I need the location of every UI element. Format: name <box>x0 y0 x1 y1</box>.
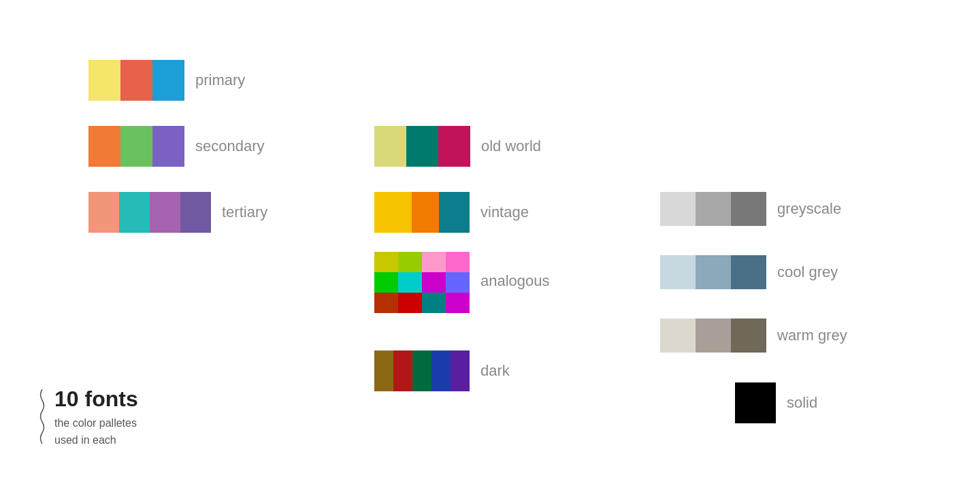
swatch <box>88 192 119 233</box>
swatch <box>120 126 152 167</box>
swatch <box>374 126 406 167</box>
swatch <box>660 318 696 353</box>
palette-label: cool grey <box>777 263 838 281</box>
palette-label: vintage <box>480 203 529 221</box>
swatch <box>696 255 731 289</box>
palette-label: solid <box>787 394 817 412</box>
swatch <box>374 272 398 293</box>
palette-vintage: vintage <box>374 192 529 233</box>
palette-label: warm grey <box>777 327 847 344</box>
swatch <box>451 350 470 391</box>
palette-old-world: old world <box>374 126 541 167</box>
palette-analogous: analogous <box>374 252 550 313</box>
swatch <box>439 192 470 233</box>
palette-secondary: secondary <box>88 126 265 167</box>
main-container: primary secondary tertiary old world <box>0 0 980 490</box>
font-count: 10 fonts <box>54 387 138 412</box>
palette-label: analogous <box>480 272 550 290</box>
swatch <box>180 192 211 233</box>
palette-label: secondary <box>195 137 265 155</box>
swatch <box>398 272 422 293</box>
swatch <box>120 60 152 101</box>
palette-dark: dark <box>374 350 510 391</box>
swatch <box>119 192 150 233</box>
swatch <box>731 318 766 353</box>
swatch <box>660 255 696 289</box>
swatch <box>393 350 412 391</box>
footer-text: 10 fonts the color palletes used in each <box>54 387 138 449</box>
swatch <box>88 60 120 101</box>
swatch <box>696 192 731 226</box>
swatch <box>660 192 696 226</box>
palette-solid: solid <box>735 382 817 423</box>
palette-warm-grey: warm grey <box>660 318 847 353</box>
swatch <box>412 192 439 233</box>
wavy-decoration <box>35 389 49 444</box>
swatch <box>431 350 451 391</box>
swatch <box>422 293 446 313</box>
swatch <box>152 60 184 101</box>
palette-primary: primary <box>88 60 245 101</box>
swatch <box>731 255 766 289</box>
analogous-grid <box>374 252 470 313</box>
swatch <box>696 318 731 353</box>
swatch <box>374 293 398 313</box>
greyscale-swatches <box>660 192 766 226</box>
swatch <box>446 252 470 272</box>
tertiary-swatches <box>88 192 211 233</box>
primary-swatches <box>88 60 184 101</box>
swatch <box>88 126 120 167</box>
palette-label: primary <box>195 71 245 89</box>
swatch <box>422 252 446 272</box>
footer-description: the color palletes used in each <box>54 414 138 449</box>
warm-grey-swatches <box>660 318 766 353</box>
swatch <box>412 350 431 391</box>
palette-cool-grey: cool grey <box>660 255 838 289</box>
old-world-swatches <box>374 126 470 167</box>
palette-greyscale: greyscale <box>660 192 841 226</box>
secondary-swatches <box>88 126 184 167</box>
vintage-swatches <box>374 192 470 233</box>
palette-label: old world <box>481 137 541 155</box>
swatch <box>150 192 180 233</box>
swatch <box>446 272 470 293</box>
swatch <box>374 350 393 391</box>
swatch <box>398 293 422 313</box>
swatch <box>406 126 438 167</box>
swatch <box>374 252 398 272</box>
palette-tertiary: tertiary <box>88 192 267 233</box>
palette-label: dark <box>480 362 510 380</box>
swatch <box>422 272 446 293</box>
dark-swatches <box>374 350 470 391</box>
palette-label: greyscale <box>777 200 841 218</box>
palette-label: tertiary <box>222 203 267 221</box>
swatch <box>398 252 422 272</box>
swatch <box>374 192 412 233</box>
swatch <box>446 293 470 313</box>
solid-swatch <box>735 382 776 423</box>
swatch <box>731 192 766 226</box>
swatch <box>152 126 184 167</box>
cool-grey-swatches <box>660 255 766 289</box>
swatch <box>438 126 470 167</box>
